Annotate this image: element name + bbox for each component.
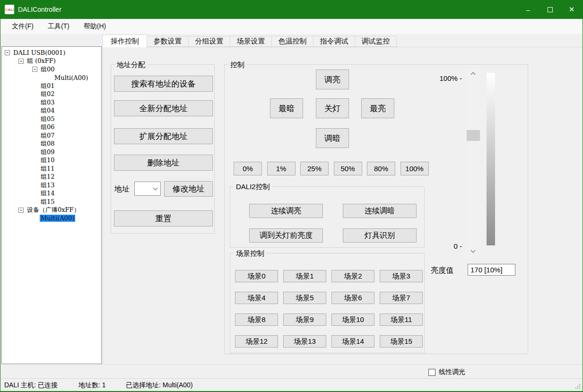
chevron-down-icon [153,186,158,191]
tree-row: 组06 [2,123,101,132]
linear-dimming-checkbox[interactable] [428,369,435,376]
tree-expander-icon[interactable] [32,67,37,72]
tree-item[interactable]: 组13 [40,181,56,190]
tree-row: 组08 [2,140,101,148]
percent-button[interactable]: 100% [400,162,429,175]
tree-item[interactable]: Multi(A00) [40,215,75,222]
percent-button-row: 0%1%25%50%80%100% [234,162,429,175]
tree-item[interactable]: 组06 [40,123,56,131]
tree-item[interactable]: 组09 [40,148,56,157]
tree-item[interactable]: 组11 [40,165,56,173]
menu-item[interactable]: 帮助(H) [78,19,112,34]
tree-item[interactable]: DALI USB(0001) [12,49,66,56]
tree-item[interactable]: Multi(A00) [53,74,89,81]
status-selected-address: 已选择地址: Multi(A00) [126,381,193,390]
light-off-button[interactable]: 关灯 [316,98,349,118]
scene-button[interactable]: 场景0 [235,270,278,282]
address-combobox[interactable] [134,182,161,196]
dali2-button[interactable]: 连续调暗 [343,204,417,218]
modify-address-button[interactable]: 修改地址 [164,181,213,197]
reset-button[interactable]: 重置 [114,210,213,226]
tree-expander-icon[interactable] [18,59,24,64]
percent-button[interactable]: 50% [334,162,362,175]
tree-expander-icon[interactable] [18,208,24,213]
scene-button[interactable]: 场景10 [331,314,374,326]
scene-button[interactable]: 场景5 [283,292,326,304]
tree-item[interactable]: 设备（广播0xFF） [26,206,81,214]
scene-button[interactable]: 场景7 [380,292,423,304]
scene-button[interactable]: 场景2 [331,270,374,282]
scene-button[interactable]: 场景13 [283,335,326,348]
tree-row: 组13 [2,181,101,190]
percent-button[interactable]: 25% [300,162,329,175]
tree-expander-icon[interactable] [5,50,10,55]
titlebar: DALI DALIController – ✕ [0,0,583,19]
device-tree[interactable]: DALI USB(0001)组 (0xFF)组00Multi(A00)组01组0… [1,46,102,364]
dim-down-button[interactable]: 调暗 [316,128,349,148]
tab[interactable]: 指令调试 [313,36,355,47]
tab[interactable]: 场景设置 [230,36,272,47]
scroll-down-icon[interactable] [471,248,476,253]
scene-button[interactable]: 场景6 [331,292,374,304]
minimize-button[interactable]: – [517,0,539,19]
address-button[interactable]: 扩展分配地址 [114,128,213,144]
address-button[interactable]: 全新分配地址 [114,100,213,116]
brightness-scrollbar[interactable] [467,69,480,256]
menu-item[interactable]: 工具(T) [42,19,75,34]
scene-button[interactable]: 场景11 [380,314,423,326]
tree-row: 组02 [2,90,101,99]
tab[interactable]: 色温控制 [272,36,313,47]
tree-item[interactable]: 组12 [40,173,56,181]
scene-button[interactable]: 场景9 [283,314,326,326]
tree-item[interactable]: 组08 [40,139,56,148]
tree-row: Multi(A00) [2,74,101,82]
scene-button[interactable]: 场景12 [235,335,278,348]
dali2-button[interactable]: 调到关灯前亮度 [249,228,323,243]
tree-item[interactable]: 组 (0xFF) [26,57,57,65]
brightness-value-box[interactable]: 170 [10%] [468,264,515,276]
tab[interactable]: 调试监控 [355,36,397,47]
tree-item[interactable]: 组10 [40,156,56,165]
tree-row: Multi(A00) [2,214,101,223]
tree-item[interactable]: 组02 [40,90,56,98]
linear-dimming-label: 线性调光 [439,368,465,376]
menu-item[interactable]: 文件(F) [6,19,39,34]
maximize-button[interactable] [539,0,561,19]
address-button[interactable]: 删除地址 [114,155,213,171]
scroll-up-icon[interactable] [471,72,476,77]
scene-button[interactable]: 场景15 [380,335,423,348]
percent-button[interactable]: 1% [267,162,296,175]
address-label: 地址 [114,184,130,194]
dim-up-button[interactable]: 调亮 [316,70,349,89]
tree-row: 组01 [2,82,101,90]
percent-button[interactable]: 0% [234,162,262,175]
tree-item[interactable]: 组07 [40,131,56,140]
scene-button[interactable]: 场景3 [380,270,423,282]
address-button[interactable]: 搜索有地址的设备 [114,76,213,92]
address-group-title: 地址分配 [115,61,147,70]
tree-item[interactable]: 组04 [40,106,56,115]
scrollbar-thumb[interactable] [467,130,480,141]
tree-item[interactable]: 组05 [40,115,56,123]
dim-min-button[interactable]: 最暗 [270,98,303,118]
close-button[interactable]: ✕ [561,0,583,19]
resize-grip-icon[interactable] [579,388,580,389]
tab[interactable]: 分组设置 [189,36,230,47]
tree-row: 组05 [2,115,101,123]
tree-item[interactable]: 组03 [40,98,56,107]
scene-button[interactable]: 场景4 [235,292,278,304]
tree-item[interactable]: 组15 [40,198,56,206]
dali2-button[interactable]: 连续调亮 [249,204,323,218]
tree-item[interactable]: 组14 [40,189,56,198]
dali2-button[interactable]: 灯具识别 [343,228,417,243]
dim-max-button[interactable]: 最亮 [361,98,394,118]
percent-button[interactable]: 80% [367,162,395,175]
tree-row: 组03 [2,98,101,107]
scene-button[interactable]: 场景14 [331,335,374,348]
scene-button[interactable]: 场景1 [283,270,326,282]
tab[interactable]: 参数设置 [147,36,189,47]
scene-button[interactable]: 场景8 [235,314,278,326]
tree-item[interactable]: 组01 [40,82,56,90]
tree-item[interactable]: 组00 [40,65,56,74]
tab[interactable]: 操作控制 [103,35,147,47]
